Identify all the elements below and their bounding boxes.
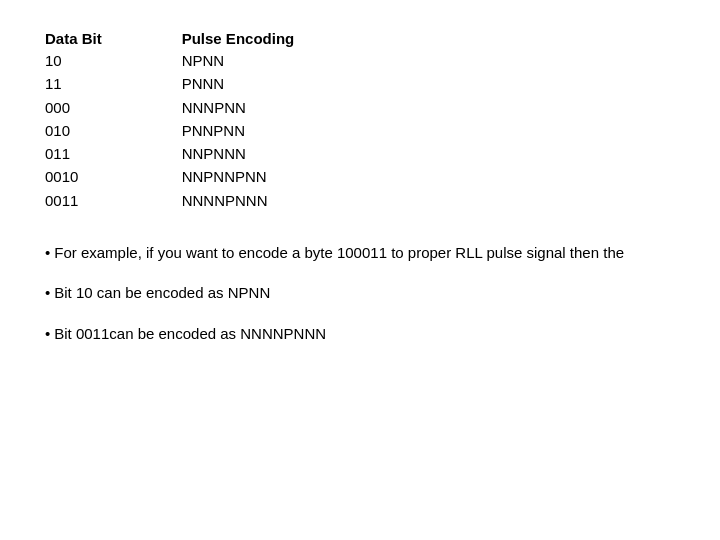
table-row-bit: 0011 bbox=[45, 189, 102, 212]
col-bits: Data Bit 101100001001100100011 bbox=[45, 30, 102, 212]
table-row-encoding: NNNPNN bbox=[182, 96, 295, 119]
main-content: Data Bit 101100001001100100011 Pulse Enc… bbox=[45, 30, 675, 345]
table-row-encoding: PNNN bbox=[182, 72, 295, 95]
bullets-container: •For example, if you want to encode a by… bbox=[45, 242, 675, 346]
table-row-encoding: NNPNNPNN bbox=[182, 165, 295, 188]
table-row-encoding: PNNPNN bbox=[182, 119, 295, 142]
table-row-bit: 000 bbox=[45, 96, 102, 119]
col1-header: Data Bit bbox=[45, 30, 102, 47]
table-row-encoding: NNNNPNNN bbox=[182, 189, 295, 212]
bullet-dot: • bbox=[45, 282, 50, 305]
table-row-encoding: NNPNNN bbox=[182, 142, 295, 165]
col1-data: 101100001001100100011 bbox=[45, 49, 102, 212]
bullet-item: •Bit 10 can be encoded as NPNN bbox=[45, 282, 675, 305]
col-encoding: Pulse Encoding NPNNPNNNNNNPNNPNNPNNNNPNN… bbox=[182, 30, 295, 212]
bullet-dot: • bbox=[45, 242, 50, 265]
table-row-bit: 10 bbox=[45, 49, 102, 72]
table-row-bit: 010 bbox=[45, 119, 102, 142]
table-row-bit: 0010 bbox=[45, 165, 102, 188]
table-row-encoding: NPNN bbox=[182, 49, 295, 72]
col2-header: Pulse Encoding bbox=[182, 30, 295, 47]
col2-data: NPNNPNNNNNNPNNPNNPNNNNPNNNNNPNNPNNNNNNPN… bbox=[182, 49, 295, 212]
table-row-bit: 011 bbox=[45, 142, 102, 165]
table-row-bit: 11 bbox=[45, 72, 102, 95]
bullet-text: For example, if you want to encode a byt… bbox=[54, 242, 624, 265]
bullet-item: •For example, if you want to encode a by… bbox=[45, 242, 675, 265]
bullets-section: •For example, if you want to encode a by… bbox=[45, 242, 675, 346]
bullet-text: Bit 0011can be encoded as NNNNPNNN bbox=[54, 323, 326, 346]
bullet-item: •Bit 0011can be encoded as NNNNPNNN bbox=[45, 323, 675, 346]
bullet-text: Bit 10 can be encoded as NPNN bbox=[54, 282, 270, 305]
bullet-dot: • bbox=[45, 323, 50, 346]
encoding-table: Data Bit 101100001001100100011 Pulse Enc… bbox=[45, 30, 675, 212]
